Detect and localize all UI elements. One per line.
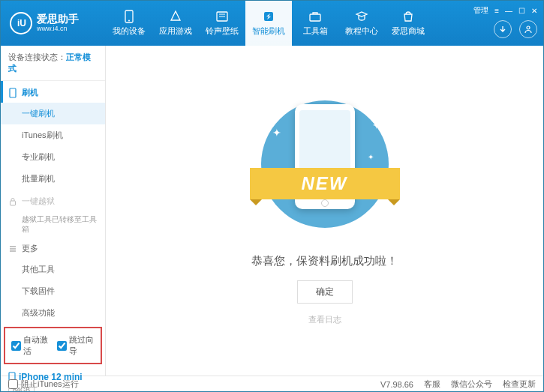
auto-activate-checkbox[interactable]: 自动激活 — [11, 334, 50, 357]
tab-store[interactable]: 爱思商城 — [385, 1, 431, 46]
user-button[interactable] — [519, 20, 537, 38]
sidebar-jailbreak-head[interactable]: 一键越狱 — [1, 190, 105, 211]
sidebar-flash-head[interactable]: 刷机 — [1, 81, 105, 103]
tab-label: 应用游戏 — [159, 25, 192, 37]
svg-text:iU: iU — [17, 18, 26, 28]
success-illustration: ✦ ✦ ✦ NEW — [257, 97, 392, 232]
menu-icon — [8, 244, 17, 253]
logo-icon: iU — [10, 12, 32, 34]
sidebar-item-advanced[interactable]: 高级功能 — [1, 302, 105, 324]
sidebar: 设备连接状态：正常模式 刷机 一键刷机 iTunes刷机 专业刷机 批量刷机 一… — [1, 46, 106, 376]
update-link[interactable]: 检查更新 — [503, 379, 536, 390]
success-message: 恭喜您，保资料刷机成功啦！ — [251, 254, 398, 268]
sidebar-item-batch-flash[interactable]: 批量刷机 — [1, 168, 105, 190]
svg-point-2 — [128, 20, 130, 22]
svg-rect-7 — [10, 88, 16, 97]
options-row: 自动激活 跳过向导 — [4, 327, 102, 364]
version-label: V7.98.66 — [380, 380, 413, 389]
svg-rect-5 — [310, 14, 320, 21]
tab-my-device[interactable]: 我的设备 — [106, 1, 152, 46]
tab-label: 工具箱 — [303, 25, 328, 37]
service-link[interactable]: 客服 — [424, 379, 440, 390]
block-itunes-checkbox[interactable]: 阻止iTunes运行 — [8, 379, 79, 390]
app-url: www.i4.cn — [37, 25, 79, 33]
window-controls: 管理 ≡ — ☐ ✕ — [473, 5, 537, 16]
connection-status: 设备连接状态：正常模式 — [1, 46, 105, 81]
lock-icon — [8, 197, 17, 206]
tab-label: 铃声壁纸 — [206, 25, 239, 37]
tutorial-icon — [355, 10, 368, 23]
wallpaper-icon — [215, 10, 229, 23]
sidebar-item-itunes-flash[interactable]: iTunes刷机 — [1, 124, 105, 146]
app-header: iU 爱思助手 www.i4.cn 我的设备 应用游戏 铃声壁纸 智能刷机 工具… — [1, 1, 543, 46]
tab-toolbox[interactable]: 工具箱 — [292, 1, 338, 46]
close-icon[interactable]: ✕ — [531, 7, 537, 15]
toolbox-icon — [308, 10, 322, 23]
new-banner: NEW — [250, 168, 400, 199]
tab-label: 我的设备 — [113, 25, 146, 37]
svg-rect-8 — [11, 201, 16, 205]
minimize-icon[interactable]: — — [505, 7, 512, 15]
wechat-link[interactable]: 微信公众号 — [451, 379, 492, 390]
maximize-icon[interactable]: ☐ — [518, 7, 525, 15]
flash-icon — [262, 10, 275, 23]
logo: iU 爱思助手 www.i4.cn — [1, 12, 106, 34]
device-icon — [122, 10, 136, 23]
tab-label: 教程中心 — [345, 25, 378, 37]
phone-icon — [8, 88, 17, 98]
app-title: 爱思助手 — [37, 13, 79, 25]
tab-apps[interactable]: 应用游戏 — [152, 1, 199, 46]
skip-wizard-checkbox[interactable]: 跳过向导 — [57, 334, 95, 357]
tab-label: 智能刷机 — [252, 25, 285, 37]
sidebar-item-pro-flash[interactable]: 专业刷机 — [1, 146, 105, 168]
menu-icon[interactable]: ≡ — [494, 7, 499, 15]
sidebar-item-other-tools[interactable]: 其他工具 — [1, 259, 105, 280]
view-log-link[interactable]: 查看日志 — [308, 314, 341, 325]
sidebar-item-onekey-flash[interactable]: 一键刷机 — [1, 103, 105, 124]
confirm-button[interactable]: 确定 — [297, 280, 353, 304]
sidebar-item-download-fw[interactable]: 下载固件 — [1, 280, 105, 302]
tab-label: 爱思商城 — [392, 25, 425, 37]
tab-flash[interactable]: 智能刷机 — [245, 1, 292, 46]
sidebar-more-head[interactable]: 更多 — [1, 237, 105, 259]
svg-rect-4 — [264, 12, 273, 21]
svg-point-6 — [527, 26, 530, 29]
jailbreak-note: 越狱工具已转移至工具箱 — [1, 211, 105, 237]
tab-tutorials[interactable]: 教程中心 — [338, 1, 385, 46]
store-icon — [401, 10, 415, 23]
apps-icon — [169, 10, 182, 23]
download-button[interactable] — [494, 20, 512, 38]
content-area: ✦ ✦ ✦ NEW 恭喜您，保资料刷机成功啦！ 确定 查看日志 — [106, 46, 543, 376]
manage-label[interactable]: 管理 — [473, 5, 488, 16]
tab-ringtones[interactable]: 铃声壁纸 — [199, 1, 245, 46]
